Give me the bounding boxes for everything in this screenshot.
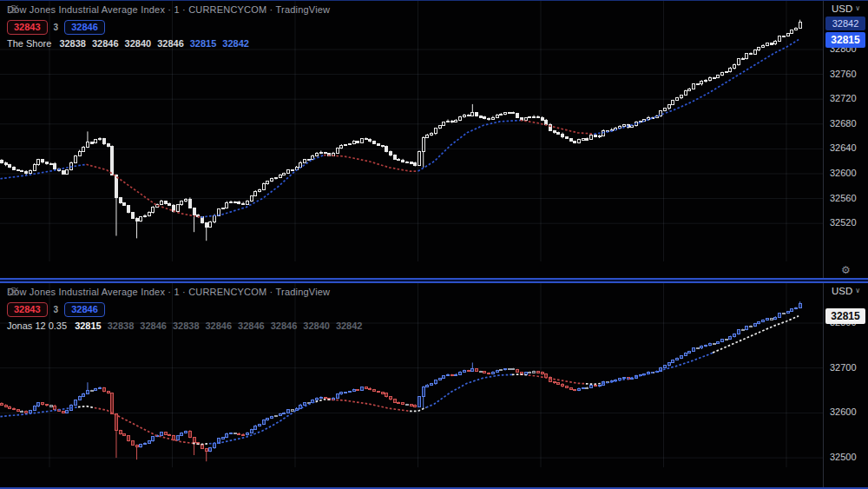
currency-selector[interactable]: USD∨ [824,3,868,14]
gear-icon[interactable]: ⚙ [824,264,868,276]
chart-legend-overlay: Dow Jones Industrial Average Index · 1 ·… [7,3,342,49]
indicator-value: 32846 [238,320,265,331]
price-tick-label: 32560 [830,193,857,203]
price-tick-label: 32720 [830,93,857,103]
indicator-value: 32846 [157,38,184,49]
indicator-name: Jonas 12 0.35 [7,320,67,331]
chart-panel-top: Dow Jones Industrial Average Index · 1 ·… [0,1,868,278]
price-tick-label: 32700 [830,362,857,373]
price-tick-label: 32600 [830,406,857,417]
price-axis-top[interactable]: USD∨ ⚙ 328003276032720326803264032600325… [823,1,868,278]
ask-price-badge[interactable]: 32846 [64,302,105,317]
indicator-value: 32846 [271,320,298,331]
indicator-value: 32842 [336,320,363,331]
price-label: 32815 [825,308,865,324]
chart-title[interactable]: Dow Jones Industrial Average Index · 1 ·… [7,287,330,297]
price-tick-label: 32500 [830,452,857,462]
indicator-legend[interactable]: Jonas 12 0.35 32815328383284632838328463… [7,320,368,331]
indicator-value: 32815 [190,38,217,49]
price-tick-label: 32680 [830,118,857,129]
price-chart-pane-bottom[interactable]: Dow Jones Industrial Average Index · 1 ·… [0,283,823,467]
price-tick-label: 32600 [830,168,857,178]
price-tick-label: 32640 [830,142,857,153]
chart-legend-overlay: Dow Jones Industrial Average Index · 1 ·… [7,285,368,331]
price-label: 32815 [825,32,865,48]
indicator-value: 32846 [140,320,167,331]
indicator-value: 32840 [125,38,152,49]
indicator-value: 32815 [75,320,102,331]
price-tick-label: 32520 [830,217,857,228]
chart-panel-bottom: Dow Jones Industrial Average Index · 1 ·… [0,283,868,487]
indicator-value: 32840 [303,320,330,331]
indicator-values: 3281532838328463283832846328463284632840… [75,320,368,331]
ask-price-badge[interactable]: 32846 [64,20,105,35]
indicator-values: 328383284632840328463281532842 [59,38,255,49]
indicator-name: The Shore [7,38,51,49]
price-chart-pane-top[interactable]: Dow Jones Industrial Average Index · 1 ·… [0,1,823,261]
indicator-value: 32846 [206,320,233,331]
tradingview-multi-chart: Dow Jones Industrial Average Index · 1 ·… [0,0,868,489]
spread-value: 3 [54,23,59,32]
indicator-value: 32846 [92,38,119,49]
bid-price-badge[interactable]: 32843 [7,20,48,35]
currency-label: USD [832,286,852,296]
chevron-down-icon: ∨ [855,4,860,12]
indicator-value: 32838 [173,320,200,331]
price-axis-bottom[interactable]: USD∨ 3280032700326003250032815 [823,283,868,487]
chart-title[interactable]: Dow Jones Industrial Average Index · 1 ·… [7,4,330,15]
price-tick-label: 32760 [830,69,857,79]
currency-label: USD [832,3,852,14]
price-label: 32842 [825,17,865,30]
currency-selector[interactable]: USD∨ [824,286,868,296]
indicator-value: 32838 [108,320,135,331]
indicator-legend[interactable]: The Shore 328383284632840328463281532842 [7,38,342,49]
indicator-value: 32838 [59,38,86,49]
chevron-down-icon: ∨ [855,287,860,294]
spread-value: 3 [54,305,59,314]
bid-price-badge[interactable]: 32843 [7,302,48,317]
indicator-value: 32842 [222,38,249,49]
